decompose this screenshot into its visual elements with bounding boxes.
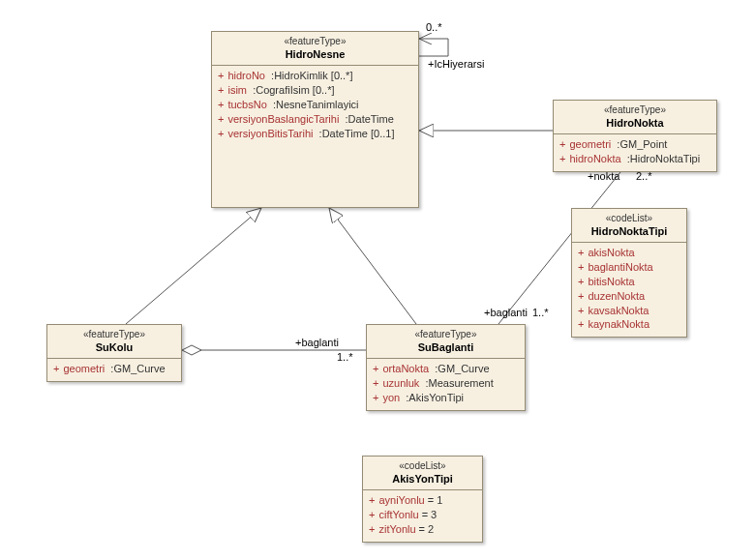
class-header: «featureType» HidroNokta <box>554 101 716 134</box>
attr-row: +geometri :GM_Point <box>559 137 710 152</box>
stereotype: «featureType» <box>218 36 412 48</box>
class-body: +hidroNo :HidroKimlik [0..*] +isim :Cogr… <box>212 66 418 145</box>
class-hidronokta: «featureType» HidroNokta +geometri :GM_P… <box>553 100 717 172</box>
label-self-mult: 0..* <box>426 21 442 33</box>
class-sukolu: «featureType» SuKolu +geometri :GM_Curve <box>46 324 182 382</box>
attr-row: +ortaNokta :GM_Curve <box>373 362 519 376</box>
attr-row: +yon :AkisYonTipi <box>373 391 519 405</box>
label-baglanti-role: +baglanti <box>295 337 339 348</box>
class-body: +ortaNokta :GM_Curve +uzunluk :Measureme… <box>367 359 525 410</box>
attr-row: +hidroNo :HidroKimlik [0..*] <box>218 69 412 83</box>
attr-row: +geometri :GM_Curve <box>53 362 175 376</box>
enum-row: +baglantiNokta <box>578 260 680 275</box>
edge-sukolu-gen <box>126 208 261 324</box>
enum-row: +zitYonlu=2 <box>369 522 476 537</box>
class-header: «featureType» HidroNesne <box>212 32 418 66</box>
class-hidronoktatipi: «codeList» HidroNoktaTipi +akisNokta +ba… <box>571 208 687 338</box>
enum-row: +bitisNokta <box>578 275 680 289</box>
enum-row: +kavsakNokta <box>578 304 680 318</box>
class-name: HidroNesne <box>218 48 412 62</box>
stereotype: «codeList» <box>369 460 476 473</box>
diamond-aggregation <box>182 345 201 355</box>
attr-row: +isim :CografiIsim [0..*] <box>218 83 412 98</box>
class-name: SuBaglanti <box>373 341 519 355</box>
stereotype: «featureType» <box>559 104 710 117</box>
class-name: HidroNokta <box>559 117 710 131</box>
label-baglanti-mult: 1..* <box>337 351 353 363</box>
class-body: +akisNokta +baglantiNokta +bitisNokta +d… <box>572 243 686 337</box>
enum-row: +akisNokta <box>578 246 680 260</box>
enum-row: +ciftYonlu=3 <box>369 508 476 522</box>
edge-subaglanti-gen <box>329 208 416 324</box>
class-header: «featureType» SuKolu <box>47 325 181 359</box>
label-baglanti-role2: +baglanti <box>484 307 528 318</box>
enum-row: +duzenNokta <box>578 289 680 304</box>
attr-row: +uzunluk :Measurement <box>373 376 519 391</box>
label-self-role: +IcHiyerarsi <box>428 58 484 70</box>
class-body: +geometri :GM_Curve <box>47 359 181 381</box>
class-header: «codeList» AkisYonTipi <box>363 457 482 490</box>
enum-row: +kaynakNokta <box>578 317 680 332</box>
stereotype: «featureType» <box>53 329 175 341</box>
class-header: «featureType» SuBaglanti <box>367 325 525 359</box>
enum-row: +ayniYonlu=1 <box>369 493 476 508</box>
edge-self-ichierarsi <box>419 39 448 56</box>
attr-row: +hidroNokta :HidroNoktaTipi <box>559 152 710 166</box>
label-nokta-mult: 2..* <box>636 170 652 182</box>
class-body: +geometri :GM_Point +hidroNokta :HidroNo… <box>554 134 716 171</box>
class-hidronesne: «featureType» HidroNesne +hidroNo :Hidro… <box>211 31 419 208</box>
class-name: SuKolu <box>53 341 175 355</box>
class-subaglanti: «featureType» SuBaglanti +ortaNokta :GM_… <box>366 324 526 411</box>
class-name: HidroNoktaTipi <box>578 225 680 239</box>
attr-row: +versiyonBaslangicTarihi :DateTime <box>218 112 412 127</box>
stereotype: «featureType» <box>373 329 519 341</box>
class-header: «codeList» HidroNoktaTipi <box>572 209 686 243</box>
class-akisyontipi: «codeList» AkisYonTipi +ayniYonlu=1 +cif… <box>362 456 483 543</box>
label-nokta-role: +nokta <box>588 170 619 182</box>
diagram-canvas: { "classes": { "hidroNesne": { "stereoty… <box>0 0 755 560</box>
class-name: AkisYonTipi <box>369 473 476 486</box>
attr-row: +versiyonBitisTarihi :DateTime [0..1] <box>218 127 412 141</box>
attr-row: +tucbsNo :NesneTanimlayici <box>218 98 412 112</box>
class-body: +ayniYonlu=1 +ciftYonlu=3 +zitYonlu=2 <box>363 490 482 542</box>
stereotype: «codeList» <box>578 213 680 225</box>
label-baglanti-mult2: 1..* <box>532 307 549 318</box>
